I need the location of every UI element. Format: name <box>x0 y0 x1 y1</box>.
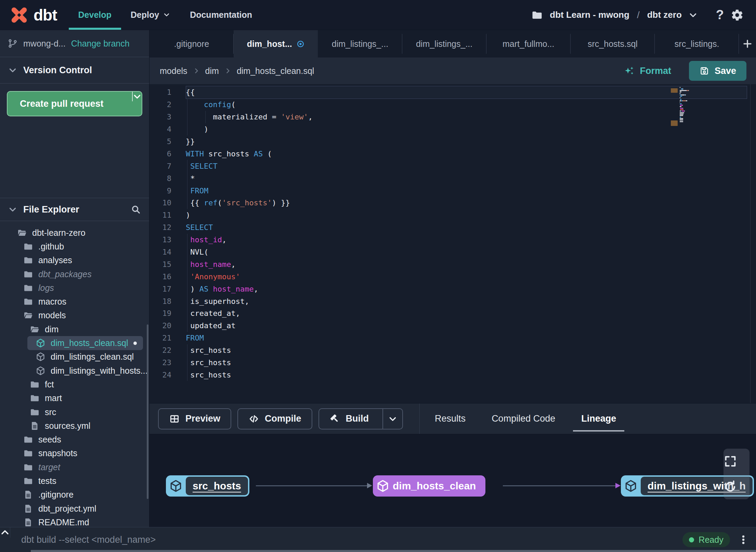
code-line-12[interactable]: 12SELECT <box>149 221 756 234</box>
environment-name[interactable]: dbt zero <box>647 10 682 20</box>
nav-item-deploy[interactable]: Deploy <box>121 0 180 30</box>
project-name[interactable]: dbt Learn - mwong <box>550 10 629 20</box>
create-pull-request-dropdown[interactable] <box>132 92 142 101</box>
help-icon[interactable]: ? <box>716 8 724 22</box>
editor-tab-mart_fullmo[interactable]: mart_fullmo... <box>486 30 571 57</box>
code-line-5[interactable]: 5}} <box>149 136 756 148</box>
nav-item-documentation[interactable]: Documentation <box>180 0 262 30</box>
new-tab-button[interactable] <box>739 30 756 57</box>
tree-file-sources.yml[interactable]: sources.yml <box>0 419 149 433</box>
tree-folder-tests[interactable]: tests <box>0 474 149 488</box>
file-explorer-title: File Explorer <box>23 204 79 215</box>
tree-folder-dbt-learn-zero[interactable]: dbt-learn-zero <box>0 226 149 240</box>
tree-folder-.github[interactable]: .github <box>0 240 149 253</box>
code-line-22[interactable]: 22 src_hosts <box>149 344 756 357</box>
tree-folder-src[interactable]: src <box>0 405 149 419</box>
button-label: Compile <box>265 413 301 424</box>
sidebar-scrollbar[interactable] <box>147 324 148 499</box>
code-line-23[interactable]: 23 src_hosts <box>149 357 756 369</box>
lineage-node-src_hosts[interactable]: src_hosts <box>166 475 249 497</box>
code-line-10[interactable]: 10 {{ ref('src_hosts') }} <box>149 197 756 209</box>
tree-folder-seeds[interactable]: seeds <box>0 433 149 446</box>
code-line-6[interactable]: 6WITH src_hosts AS ( <box>149 147 756 160</box>
panel-tab-results[interactable]: Results <box>435 403 466 434</box>
preview-button[interactable]: Preview <box>158 408 231 429</box>
tree-folder-fct[interactable]: fct <box>0 377 149 391</box>
dbt-logo[interactable]: dbt <box>0 0 69 30</box>
tree-file-dim_listings_with_hosts...[interactable]: dim_listings_with_hosts... <box>0 364 149 377</box>
tree-folder-dim[interactable]: dim <box>0 322 149 336</box>
save-button[interactable]: Save <box>689 61 746 81</box>
code-line-2[interactable]: 2 config( <box>149 99 756 111</box>
code-line-1[interactable]: 1{{ <box>149 86 756 99</box>
code-line-13[interactable]: 13 host_id, <box>149 234 756 246</box>
fullscreen-button[interactable] <box>724 449 737 474</box>
search-icon[interactable] <box>131 204 141 215</box>
editor-tab-src_hostssql[interactable]: src_hosts.sql <box>571 30 655 57</box>
tree-folder-models[interactable]: models <box>0 309 149 322</box>
gear-icon[interactable] <box>731 9 744 22</box>
code-line-20[interactable]: 20 updated_at <box>149 320 756 332</box>
create-pull-request-label[interactable]: Create pull request <box>8 92 132 116</box>
code-line-3[interactable]: 3 materialized = 'view', <box>149 111 756 123</box>
environment-chevron-down-icon[interactable] <box>689 11 698 20</box>
editor-tab-dim_listings_[interactable]: dim_listings_... <box>402 30 486 57</box>
editor-tab-src_listings[interactable]: src_listings. <box>655 30 739 57</box>
code-line-15[interactable]: 15 host_name, <box>149 258 756 270</box>
editor-tab-dim_host[interactable]: dim_host... <box>234 30 318 57</box>
code-line-7[interactable]: 7 SELECT <box>149 160 756 172</box>
code-line-17[interactable]: 17 ) AS host_name, <box>149 283 756 295</box>
compile-button[interactable]: Compile <box>237 408 312 429</box>
code-line-19[interactable]: 19 created_at, <box>149 307 756 320</box>
change-branch-link[interactable]: Change branch <box>71 39 130 49</box>
tree-folder-snapshots[interactable]: snapshots <box>0 447 149 460</box>
code-editor[interactable]: 1{{2 config(3 materialized = 'view',4 )5… <box>149 84 756 403</box>
tree-file-dim_hosts_clean.sql[interactable]: dim_hosts_clean.sql <box>27 336 143 350</box>
tree-folder-mart[interactable]: mart <box>0 391 149 405</box>
line-number: 3 <box>149 113 171 121</box>
tree-file-.gitignore[interactable]: .gitignore <box>0 488 149 502</box>
code-line-18[interactable]: 18 is_superhost, <box>149 295 756 307</box>
lineage-node-dim_hosts_clean[interactable]: dim_hosts_clean <box>373 475 485 497</box>
version-control-section-header[interactable]: Version Control <box>0 57 149 84</box>
code-line-14[interactable]: 14 NVL( <box>149 246 756 258</box>
build-dropdown-button[interactable] <box>382 409 402 429</box>
editor-minimap[interactable] <box>680 87 701 123</box>
indent-guide <box>187 320 187 332</box>
line-number: 16 <box>149 272 171 281</box>
tree-folder-target[interactable]: target <box>0 460 149 474</box>
editor-tab-gitignore[interactable]: .gitignore <box>149 30 234 57</box>
editor-tab-dim_listings_[interactable]: dim_listings_... <box>318 30 402 57</box>
build-button[interactable]: Build <box>318 408 403 429</box>
tree-folder-dbt_packages[interactable]: dbt_packages <box>0 267 149 281</box>
format-button[interactable]: Format <box>624 65 671 76</box>
code-line-9[interactable]: 9 FROM <box>149 184 756 197</box>
tree-folder-analyses[interactable]: analyses <box>0 254 149 267</box>
tree-item-label: target <box>38 462 60 472</box>
indent-guide <box>187 197 187 209</box>
code-line-11[interactable]: 11) <box>149 209 756 221</box>
command-input[interactable]: dbt build --select <model_name> <box>10 535 682 545</box>
kebab-menu-icon[interactable] <box>738 535 748 545</box>
panel-tab-compiled-code[interactable]: Compiled Code <box>492 403 555 434</box>
code-line-4[interactable]: 4 ) <box>149 123 756 136</box>
tree-file-dim_listings_clean.sql[interactable]: dim_listings_clean.sql <box>0 350 149 364</box>
code-line-16[interactable]: 16 'Anonymous' <box>149 270 756 283</box>
tree-folder-macros[interactable]: macros <box>0 295 149 308</box>
create-pull-request-button[interactable]: Create pull request <box>7 91 142 116</box>
refresh-lineage-button[interactable] <box>724 474 737 499</box>
tree-file-dbt_project.yml[interactable]: dbt_project.yml <box>0 502 149 515</box>
nav-item-develop[interactable]: Develop <box>69 0 121 30</box>
code-line-24[interactable]: 24 src_hosts <box>149 369 756 381</box>
code-line-8[interactable]: 8 * <box>149 172 756 184</box>
tree-file-README.md[interactable]: README.md <box>0 515 149 527</box>
editor-scrollbar[interactable] <box>750 84 751 403</box>
command-bar-expand-button[interactable] <box>0 527 10 538</box>
file-icon <box>23 490 33 500</box>
horizontal-scrollbar[interactable] <box>31 550 756 552</box>
code-line-21[interactable]: 21FROM <box>149 332 756 344</box>
editor-tab-bar: .gitignoredim_host...dim_listings_...dim… <box>149 30 756 57</box>
file-explorer-section-header[interactable]: File Explorer <box>0 198 149 221</box>
panel-tab-lineage[interactable]: Lineage <box>581 403 616 434</box>
tree-folder-logs[interactable]: logs <box>0 281 149 295</box>
